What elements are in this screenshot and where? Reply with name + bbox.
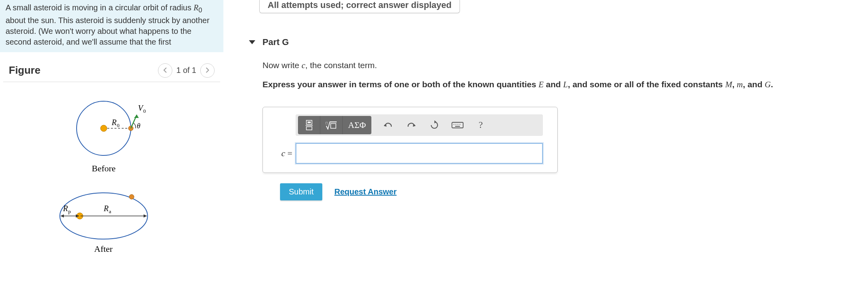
submit-button[interactable]: Submit: [280, 183, 322, 200]
figure-pager-label: 1 of 1: [176, 66, 196, 75]
svg-rect-23: [331, 124, 336, 128]
figure-prev-button[interactable]: [158, 63, 172, 78]
label-Ra: R: [103, 204, 108, 213]
label-after: After: [94, 244, 113, 254]
svg-point-2: [101, 125, 107, 131]
greek-letters-button[interactable]: ΑΣΦ: [343, 116, 371, 134]
part-prompt: Now write c, the constant term.: [262, 59, 856, 71]
equation-toolbar: □ ΑΣΦ: [296, 114, 543, 136]
part-hint: Express your answer in terms of one or b…: [262, 78, 837, 90]
part-header[interactable]: Part G: [249, 37, 856, 47]
svg-text:□: □: [326, 121, 328, 125]
label-Rp: R: [63, 204, 68, 213]
svg-rect-21: [306, 127, 312, 130]
status-banner: All attempts used; correct answer displa…: [259, 0, 460, 13]
svg-text:0: 0: [143, 108, 146, 114]
svg-text:p: p: [68, 208, 71, 214]
part-title: Part G: [262, 37, 289, 47]
svg-point-29: [456, 124, 456, 125]
figure-next-button[interactable]: [200, 63, 215, 78]
svg-point-10: [129, 194, 134, 199]
undo-button[interactable]: [382, 119, 395, 131]
request-answer-link[interactable]: Request Answer: [334, 187, 397, 196]
label-R0: R: [111, 118, 116, 127]
svg-marker-26: [434, 120, 436, 124]
svg-marker-5: [134, 115, 139, 118]
figure-image: R 0 V 0 θ Before R p R a After: [0, 82, 223, 256]
help-button[interactable]: ?: [474, 119, 487, 131]
svg-marker-15: [144, 214, 147, 218]
svg-point-30: [458, 124, 458, 125]
svg-text:0: 0: [117, 122, 120, 128]
problem-statement: A small asteroid is moving in a circular…: [0, 0, 223, 52]
svg-point-31: [460, 124, 460, 125]
keyboard-button[interactable]: [451, 119, 464, 131]
chevron-right-icon: [205, 66, 210, 75]
answer-box: □ ΑΣΦ: [262, 107, 558, 173]
reset-button[interactable]: [428, 119, 441, 131]
collapse-caret-icon: [249, 40, 255, 44]
svg-marker-12: [61, 214, 64, 218]
svg-rect-27: [452, 122, 463, 128]
svg-text:a: a: [109, 208, 111, 214]
figure-title: Figure: [9, 64, 40, 76]
svg-rect-19: [308, 122, 311, 123]
answer-lhs: c =: [272, 148, 296, 159]
label-theta: θ: [137, 122, 140, 130]
svg-rect-32: [455, 126, 460, 127]
sqrt-template-button[interactable]: □: [320, 116, 343, 134]
figure-pager: 1 of 1: [158, 63, 215, 78]
label-before: Before: [92, 163, 116, 173]
fraction-template-button[interactable]: [298, 116, 320, 134]
redo-button[interactable]: [405, 119, 418, 131]
chevron-left-icon: [163, 66, 168, 75]
answer-input[interactable]: [296, 143, 543, 164]
svg-point-28: [454, 124, 454, 125]
